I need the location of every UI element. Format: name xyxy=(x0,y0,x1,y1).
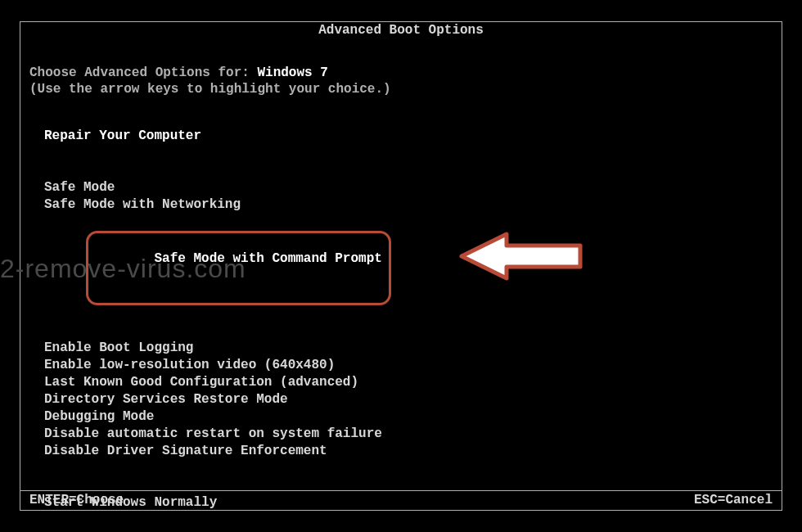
prompt-prefix: Choose Advanced Options for: xyxy=(29,65,257,80)
menu-item-safe-mode-cmd-label: Safe Mode with Command Prompt xyxy=(154,251,381,266)
menu-item-repair[interactable]: Repair Your Computer xyxy=(44,128,773,145)
footer-enter: ENTER=Choose xyxy=(29,493,124,507)
highlight-annotation: Safe Mode with Command Prompt xyxy=(86,231,391,305)
page-title: Advanced Boot Options xyxy=(0,23,802,38)
frame-top xyxy=(20,21,782,22)
menu-item-low-res[interactable]: Enable low-resolution video (640x480) xyxy=(44,357,773,374)
menu-item-boot-logging[interactable]: Enable Boot Logging xyxy=(44,340,773,357)
menu-item-ds-restore[interactable]: Directory Services Restore Mode xyxy=(44,391,773,408)
menu-item-safe-mode-cmd-row[interactable]: Safe Mode with Command Prompt xyxy=(44,214,773,322)
menu-item-safe-mode[interactable]: Safe Mode xyxy=(44,179,773,196)
footer-bar: ENTER=Choose ESC=Cancel xyxy=(29,493,773,507)
boot-menu: Repair Your Computer Safe Mode Safe Mode… xyxy=(44,128,773,512)
left-arrow-icon xyxy=(379,210,597,308)
os-name: Windows 7 xyxy=(257,65,327,80)
menu-item-disable-driver-sig[interactable]: Disable Driver Signature Enforcement xyxy=(44,443,773,460)
prompt-line: Choose Advanced Options for: Windows 7 xyxy=(29,65,773,80)
menu-item-last-known-good[interactable]: Last Known Good Configuration (advanced) xyxy=(44,374,773,391)
prompt-hint: (Use the arrow keys to highlight your ch… xyxy=(29,82,773,97)
footer-esc: ESC=Cancel xyxy=(694,493,773,507)
menu-item-disable-auto-restart[interactable]: Disable automatic restart on system fail… xyxy=(44,426,773,443)
frame-right xyxy=(782,21,782,511)
menu-item-debugging[interactable]: Debugging Mode xyxy=(44,408,773,426)
